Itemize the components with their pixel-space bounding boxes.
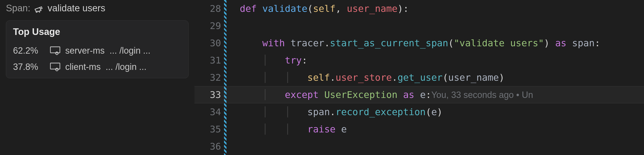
- token: :: [403, 3, 409, 14]
- token: :: [302, 55, 308, 66]
- telescope-icon: [34, 3, 44, 14]
- token: (: [308, 3, 313, 14]
- git-lens-annotation: You, 33 seconds ago • Un: [431, 90, 536, 100]
- svg-rect-0: [50, 47, 60, 53]
- token: ): [398, 3, 403, 14]
- span-name: validate users: [48, 3, 105, 14]
- code-area[interactable]: def validate(self, user_name): with trac…: [226, 0, 644, 155]
- token: .: [324, 38, 330, 48]
- token: :: [426, 89, 431, 100]
- usage-percent: 62.2%: [13, 46, 45, 56]
- line-number: 30: [194, 34, 221, 52]
- token: validate: [262, 3, 308, 14]
- line-number-gutter: 28293031323334353637: [194, 0, 224, 155]
- git-change-stripe: [224, 0, 226, 155]
- token: start_as_current_span: [330, 38, 448, 48]
- top-usage-panel: Top Usage 62.2%server-ms... /login ...37…: [6, 20, 188, 78]
- token: except: [285, 89, 324, 100]
- token: raise: [308, 124, 341, 134]
- code-line[interactable]: │ │ self.user_store.get_user(user_name): [240, 69, 644, 86]
- usage-path: ... /login ...: [110, 46, 182, 56]
- token: self: [313, 3, 336, 14]
- token: e: [341, 124, 347, 134]
- usage-path: ... /login ...: [106, 62, 182, 72]
- line-number: 29: [194, 17, 221, 34]
- svg-point-3: [56, 68, 58, 71]
- indent-guide: │ │: [240, 124, 308, 134]
- line-number: 34: [194, 103, 221, 120]
- code-line[interactable]: │ try:: [240, 52, 644, 69]
- token: "validate users": [454, 38, 544, 48]
- token: try: [285, 55, 302, 66]
- code-line[interactable]: [240, 138, 644, 155]
- token: tracer: [290, 38, 324, 48]
- token: record_exception: [336, 106, 426, 117]
- token: .: [330, 106, 336, 117]
- token: (: [426, 106, 431, 117]
- token: e: [420, 89, 426, 100]
- usage-service: client-ms: [65, 62, 101, 72]
- line-number: 32: [194, 69, 221, 86]
- code-line[interactable]: with tracer.start_as_current_span("valid…: [240, 34, 644, 52]
- line-number: 31: [194, 52, 221, 69]
- line-number: 36: [194, 138, 221, 155]
- token: :: [594, 38, 600, 48]
- token: ): [544, 38, 550, 48]
- usage-percent: 37.8%: [13, 62, 45, 72]
- span-label: Span:: [6, 3, 30, 14]
- token: with: [262, 38, 290, 48]
- svg-rect-2: [50, 63, 60, 69]
- usage-row[interactable]: 37.8%client-ms... /login ...: [13, 59, 182, 75]
- code-line[interactable]: │ │ raise e: [240, 120, 644, 138]
- token: ): [499, 72, 504, 83]
- code-editor[interactable]: 28293031323334353637 def validate(self, …: [194, 0, 644, 155]
- span-insight-sidebar: Span: validate users Top Usage 62.2%serv…: [0, 0, 194, 155]
- token: .: [330, 72, 336, 83]
- token: UserException: [324, 89, 397, 100]
- token: user_store: [336, 72, 392, 83]
- indent-guide: │ │: [240, 106, 308, 117]
- line-number: 28: [194, 0, 221, 17]
- token: ,: [336, 3, 347, 14]
- token: as: [550, 38, 572, 48]
- service-icon: [50, 46, 60, 55]
- token: user_name: [347, 3, 398, 14]
- token: self: [308, 72, 330, 83]
- token: (: [448, 38, 454, 48]
- token: as: [398, 89, 420, 100]
- token: .: [392, 72, 398, 83]
- code-line[interactable]: │ except UserException as e:You, 33 seco…: [240, 86, 644, 103]
- usage-row[interactable]: 62.2%server-ms... /login ...: [13, 42, 182, 59]
- code-line[interactable]: │ │ span.record_exception(e): [240, 103, 644, 120]
- indent-guide: [240, 38, 262, 48]
- line-number: 35: [194, 120, 221, 138]
- code-line[interactable]: [240, 17, 644, 34]
- token: e: [431, 106, 437, 117]
- span-header: Span: validate users: [6, 3, 188, 14]
- token: span: [308, 106, 330, 117]
- token: span: [572, 38, 595, 48]
- token: (: [443, 72, 448, 83]
- svg-point-1: [56, 52, 58, 54]
- indent-guide: │: [240, 55, 285, 66]
- token: def: [240, 3, 262, 14]
- code-line[interactable]: def validate(self, user_name):: [240, 0, 644, 17]
- token: user_name: [448, 72, 499, 83]
- token: get_user: [398, 72, 443, 83]
- token: ): [437, 106, 443, 117]
- service-icon: [50, 62, 60, 71]
- indent-guide: │ │: [240, 72, 308, 83]
- usage-service: server-ms: [65, 46, 105, 56]
- top-usage-title: Top Usage: [13, 26, 182, 37]
- indent-guide: │: [240, 89, 285, 100]
